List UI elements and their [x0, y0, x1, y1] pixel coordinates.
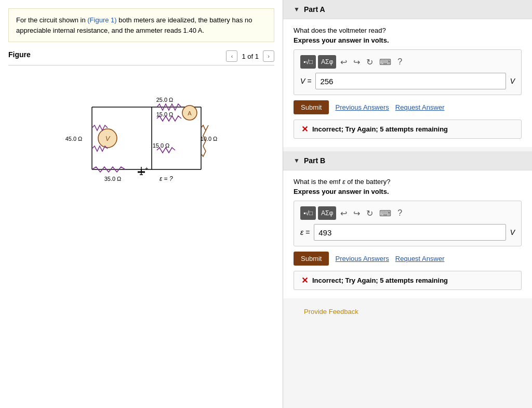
part-a-section: ▼ Part A What does the voltmeter read? E…	[283, 0, 532, 147]
part-b-answer-box: ▪√□ ΑΣφ ↩ ↪ ↻ ⌨ ? ε = V	[294, 201, 522, 246]
part-b-express: Express your answer in volts.	[294, 188, 522, 195]
footer-area: Provide Feedback	[283, 299, 532, 324]
part-b-submit-button[interactable]: Submit	[294, 252, 329, 266]
greek-button-b[interactable]: ΑΣφ	[318, 206, 336, 220]
part-a-express: Express your answer in volts.	[294, 36, 522, 44]
greek-button-a[interactable]: ΑΣφ	[318, 55, 336, 69]
figure-page: 1 of 1	[242, 52, 259, 60]
part-b-incorrect-icon: ✕	[301, 275, 308, 285]
help-button-b[interactable]: ?	[395, 206, 404, 220]
part-b-action-row: Submit Previous Answers Request Answer	[294, 252, 522, 266]
svg-text:15.0 Ω: 15.0 Ω	[153, 142, 170, 149]
part-a-toolbar: ▪√□ ΑΣφ ↩ ↪ ↻ ⌨ ?	[300, 55, 515, 69]
redo-button-a[interactable]: ↪	[351, 55, 362, 69]
part-a-collapse-arrow[interactable]: ▼	[294, 6, 300, 13]
part-b-header: ▼ Part B	[283, 151, 532, 170]
keyboard-button-a[interactable]: ⌨	[377, 55, 393, 69]
part-b-title: Part B	[304, 156, 325, 165]
greek-icon-b: ΑΣφ	[321, 209, 333, 217]
part-a-feedback-text: Incorrect; Try Again; 5 attempts remaini…	[312, 125, 448, 133]
problem-text-before: For the circuit shown in	[16, 16, 87, 24]
part-a-title: Part A	[304, 5, 325, 14]
matrix-button-a[interactable]: ▪√□	[300, 55, 316, 69]
svg-text:+: +	[145, 165, 148, 172]
keyboard-button-b[interactable]: ⌨	[377, 206, 393, 220]
right-panel: ▼ Part A What does the voltmeter read? E…	[283, 0, 532, 408]
part-b-feedback-text: Incorrect; Try Again; 5 attempts remaini…	[312, 277, 448, 284]
provide-feedback-link[interactable]: Provide Feedback	[294, 300, 369, 323]
refresh-button-a[interactable]: ↻	[364, 55, 375, 69]
matrix-button-b[interactable]: ▪√□	[300, 206, 316, 220]
figure-label: Figure	[8, 50, 31, 59]
left-panel: For the circuit shown in (Figure 1) both…	[0, 0, 283, 408]
prev-figure-button[interactable]: ‹	[226, 50, 237, 62]
figure-nav-controls: ‹ 1 of 1 ›	[226, 50, 274, 62]
part-b-unit: V	[510, 228, 515, 236]
part-b-prev-answers-button[interactable]: Previous Answers	[335, 255, 389, 262]
part-b-feedback-box: ✕ Incorrect; Try Again; 5 attempts remai…	[294, 271, 522, 290]
matrix-icon-a: ▪√□	[303, 58, 313, 65]
part-a-var-label: V =	[300, 77, 311, 85]
undo-button-b[interactable]: ↩	[338, 206, 349, 220]
part-b-collapse-arrow[interactable]: ▼	[294, 157, 300, 164]
part-b-var-label: ε =	[300, 228, 310, 236]
part-a-submit-button[interactable]: Submit	[294, 100, 329, 114]
svg-text:45.0 Ω: 45.0 Ω	[65, 136, 83, 142]
part-a-answer-box: ▪√□ ΑΣφ ↩ ↪ ↻ ⌨ ? V = V	[294, 49, 522, 95]
part-a-action-row: Submit Previous Answers Request Answer	[294, 100, 522, 114]
part-a-prev-answers-button[interactable]: Previous Answers	[335, 103, 389, 111]
part-b-section: ▼ Part B What is the emf ε of the batter…	[283, 151, 532, 298]
greek-icon-a: ΑΣφ	[321, 58, 333, 65]
part-a-unit: V	[510, 77, 515, 85]
part-b-body: What is the emf ε of the battery? Expres…	[283, 170, 532, 298]
svg-text:A: A	[188, 110, 192, 116]
redo-button-b[interactable]: ↪	[351, 206, 362, 220]
undo-button-a[interactable]: ↩	[338, 55, 349, 69]
part-b-toolbar: ▪√□ ΑΣφ ↩ ↪ ↻ ⌨ ?	[300, 206, 515, 220]
next-figure-button[interactable]: ›	[263, 50, 274, 62]
part-a-incorrect-icon: ✕	[301, 124, 308, 134]
problem-statement: For the circuit shown in (Figure 1) both…	[8, 8, 274, 42]
part-a-input-row: V = V	[300, 73, 515, 89]
svg-text:25.0 Ω: 25.0 Ω	[156, 97, 174, 103]
part-a-feedback-box: ✕ Incorrect; Try Again; 5 attempts remai…	[294, 120, 522, 139]
circuit-svg: V 45.0 Ω 25.0 Ω 15.0 Ω A 15.0 Ω 10.0 Ω	[61, 81, 222, 190]
refresh-button-b[interactable]: ↻	[364, 206, 375, 220]
circuit-diagram: V 45.0 Ω 25.0 Ω 15.0 Ω A 15.0 Ω 10.0 Ω	[8, 71, 274, 201]
part-b-input[interactable]	[314, 224, 506, 241]
part-b-question: What is the emf ε of the battery?	[294, 178, 522, 186]
svg-text:V: V	[105, 135, 111, 142]
part-a-input[interactable]	[315, 73, 506, 89]
part-b-input-row: ε = V	[300, 224, 515, 241]
svg-text:10.0 Ω: 10.0 Ω	[201, 136, 218, 142]
part-b-request-answer-button[interactable]: Request Answer	[395, 255, 445, 262]
figure-link[interactable]: (Figure 1)	[87, 16, 116, 24]
part-a-question: What does the voltmeter read?	[294, 27, 522, 34]
figure-nav: Figure ‹ 1 of 1 ›	[8, 50, 274, 65]
part-a-header: ▼ Part A	[283, 0, 532, 19]
help-button-a[interactable]: ?	[395, 55, 404, 69]
part-a-request-answer-button[interactable]: Request Answer	[395, 103, 445, 111]
svg-text:ε = ?: ε = ?	[159, 175, 173, 182]
matrix-icon-b: ▪√□	[303, 209, 313, 217]
svg-text:35.0 Ω: 35.0 Ω	[104, 176, 122, 182]
part-a-body: What does the voltmeter read? Express yo…	[283, 19, 532, 147]
